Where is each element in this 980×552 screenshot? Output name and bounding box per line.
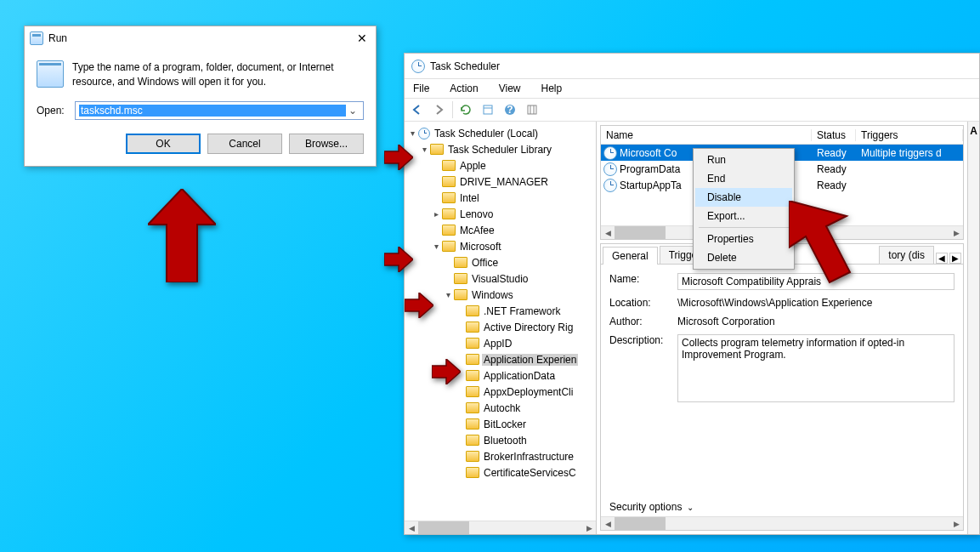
task-status: Ready (812, 163, 856, 175)
taskscheduler-window: Task Scheduler File Action View Help ? ▾… (404, 53, 980, 535)
tree-office[interactable]: Office (405, 254, 596, 270)
ctx-export[interactable]: Export... (695, 207, 792, 225)
tree-bluetooth[interactable]: Bluetooth (405, 432, 596, 448)
close-icon[interactable]: ✕ (354, 31, 371, 45)
folder-icon (466, 354, 479, 365)
val-description[interactable]: Collects program telemetry information i… (677, 334, 955, 402)
refresh-icon[interactable] (456, 100, 475, 119)
tree-broker[interactable]: BrokerInfrastructure (405, 448, 596, 464)
help-icon[interactable]: ? (501, 100, 519, 119)
lbl-name: Name: (609, 273, 677, 290)
tree-label: Task Scheduler (Local) (433, 128, 540, 139)
details-hscroll[interactable]: ◀▶ (601, 516, 963, 530)
tree-label: Windows (470, 289, 515, 301)
forward-icon[interactable] (430, 100, 449, 119)
tree-drive[interactable]: DRIVE_MANAGER (405, 174, 596, 190)
tree-label: Application Experien (482, 354, 578, 366)
tree-label: DRIVE_MANAGER (458, 176, 550, 188)
tab-next-icon[interactable]: ▶ (949, 253, 961, 264)
scroll-thumb[interactable] (418, 521, 469, 534)
scroll-left-icon[interactable]: ◀ (601, 226, 615, 239)
row-name: Name: (609, 273, 955, 290)
run-button-row: OK Cancel Browse... (25, 127, 376, 166)
security-row[interactable]: Security options ⌄ (601, 498, 963, 516)
scroll-thumb[interactable] (615, 226, 666, 239)
tab-general[interactable]: General (603, 247, 658, 265)
scroll-right-icon[interactable]: ▶ (949, 517, 963, 530)
svg-text:?: ? (507, 104, 513, 116)
tree-bitlocker[interactable]: BitLocker (405, 416, 596, 432)
clock-icon (603, 162, 617, 176)
back-icon[interactable] (408, 100, 427, 119)
annotation-cursor-arrow (789, 201, 882, 311)
cancel-button[interactable]: Cancel (207, 134, 282, 154)
tree-microsoft[interactable]: ▾Microsoft (405, 238, 596, 254)
run-body: Type the name of a program, folder, docu… (25, 50, 376, 93)
tree-cert[interactable]: CertificateServicesC (405, 464, 596, 481)
ctx-disable[interactable]: Disable (695, 188, 792, 207)
chevron-down-icon[interactable]: ⌄ (346, 105, 360, 117)
security-label: Security options (609, 501, 682, 513)
scroll-left-icon[interactable]: ◀ (601, 517, 615, 530)
tree-ad[interactable]: Active Directory Rig (405, 319, 596, 335)
tree-label: Intel (458, 192, 481, 204)
tab-prev-icon[interactable]: ◀ (936, 253, 948, 264)
tree-vs[interactable]: VisualStudio (405, 270, 596, 287)
col-name[interactable]: Name (601, 129, 812, 141)
tree-lenovo[interactable]: ▸Lenovo (405, 206, 596, 222)
tab-history[interactable]: tory (dis (879, 246, 934, 264)
folder-icon (442, 192, 456, 203)
row-author: Author: Microsoft Corporation (609, 316, 955, 327)
scroll-track[interactable] (666, 517, 949, 530)
open-value[interactable]: taskschd.msc (79, 105, 346, 117)
menu-file[interactable]: File (408, 81, 434, 96)
collapse-icon[interactable]: ▾ (418, 145, 430, 154)
run-app-icon (30, 31, 43, 45)
scroll-right-icon[interactable]: ▶ (949, 226, 963, 239)
props-icon[interactable] (479, 100, 497, 119)
col-triggers[interactable]: Triggers (856, 129, 963, 141)
menu-action[interactable]: Action (445, 81, 483, 96)
col-status[interactable]: Status (812, 129, 856, 141)
tree-label: CertificateServicesC (482, 467, 578, 479)
tree-appid[interactable]: AppID (405, 335, 596, 351)
tree-library[interactable]: ▾Task Scheduler Library (405, 141, 596, 157)
folder-icon (442, 225, 456, 236)
ctx-properties[interactable]: Properties (695, 230, 792, 248)
tree-appx[interactable]: AppxDeploymentCli (405, 384, 596, 400)
chevron-down-icon[interactable]: ⌄ (687, 503, 694, 512)
ok-button[interactable]: OK (126, 134, 201, 154)
ctx-delete[interactable]: Delete (695, 248, 792, 267)
svg-rect-4 (528, 105, 536, 114)
collapse-icon[interactable]: ▾ (430, 242, 442, 251)
folder-icon (442, 176, 456, 187)
tree-mcafee[interactable]: McAfee (405, 222, 596, 238)
tree-autochk[interactable]: Autochk (405, 400, 596, 416)
folder-icon (442, 241, 456, 252)
ctx-run[interactable]: Run (695, 151, 792, 169)
tree-root[interactable]: ▾Task Scheduler (Local) (405, 125, 596, 141)
scroll-left-icon[interactable]: ◀ (405, 521, 418, 534)
ctx-end[interactable]: End (695, 169, 792, 188)
collapse-icon[interactable]: ▾ (442, 290, 454, 299)
expand-icon[interactable]: ▸ (430, 209, 442, 219)
separator (699, 227, 789, 228)
menu-help[interactable]: Help (536, 81, 568, 96)
scroll-thumb[interactable] (615, 517, 666, 530)
tree-label: McAfee (458, 225, 496, 236)
tree-label: ApplicationData (482, 370, 557, 382)
context-menu: Run End Disable Export... Properties Del… (693, 148, 795, 270)
scroll-right-icon[interactable]: ▶ (582, 521, 596, 534)
detail-body: Name: Location: \Microsoft\Windows\Appli… (601, 265, 963, 498)
open-combobox[interactable]: taskschd.msc ⌄ (75, 101, 364, 120)
scroll-track[interactable] (469, 521, 582, 534)
menu-view[interactable]: View (494, 81, 526, 96)
tree-hscroll[interactable]: ◀▶ (405, 521, 596, 534)
browse-button[interactable]: Browse... (289, 134, 364, 154)
tree-apple[interactable]: Apple (405, 157, 596, 174)
run-big-icon (37, 60, 64, 88)
expand-icon[interactable]: ▾ (406, 128, 418, 138)
tree-intel[interactable]: Intel (405, 190, 596, 206)
columns-icon[interactable] (523, 100, 541, 119)
nav-tree[interactable]: ▾Task Scheduler (Local) ▾Task Scheduler … (405, 122, 597, 534)
